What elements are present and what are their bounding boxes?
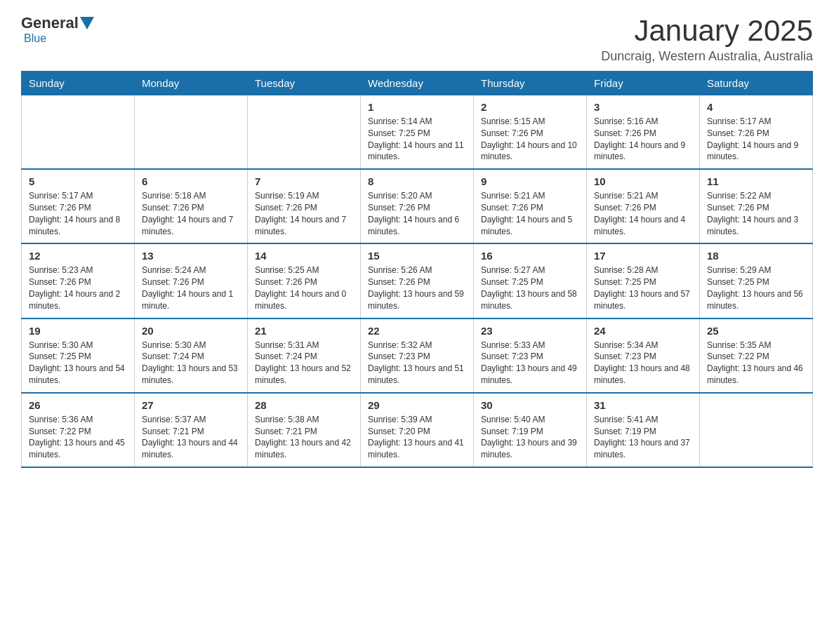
calendar-cell: 7Sunrise: 5:19 AM Sunset: 7:26 PM Daylig… — [248, 169, 361, 243]
calendar-cell: 15Sunrise: 5:26 AM Sunset: 7:26 PM Dayli… — [361, 243, 474, 318]
title-section: January 2025 Duncraig, Western Australia… — [601, 14, 813, 64]
day-info: Sunrise: 5:22 AM Sunset: 7:26 PM Dayligh… — [707, 190, 805, 237]
day-info: Sunrise: 5:41 AM Sunset: 7:19 PM Dayligh… — [594, 414, 692, 461]
day-number: 11 — [707, 174, 805, 189]
calendar-cell: 17Sunrise: 5:28 AM Sunset: 7:25 PM Dayli… — [587, 243, 700, 318]
day-number: 24 — [594, 323, 692, 338]
day-info: Sunrise: 5:33 AM Sunset: 7:23 PM Dayligh… — [481, 340, 579, 387]
day-number: 21 — [255, 323, 353, 338]
day-number: 1 — [368, 100, 466, 114]
day-info: Sunrise: 5:25 AM Sunset: 7:26 PM Dayligh… — [255, 264, 353, 311]
day-number: 3 — [594, 100, 692, 114]
calendar-cell: 19Sunrise: 5:30 AM Sunset: 7:25 PM Dayli… — [22, 318, 135, 393]
day-info: Sunrise: 5:27 AM Sunset: 7:25 PM Dayligh… — [481, 264, 579, 311]
day-info: Sunrise: 5:34 AM Sunset: 7:23 PM Dayligh… — [594, 340, 692, 387]
calendar-cell: 13Sunrise: 5:24 AM Sunset: 7:26 PM Dayli… — [135, 243, 248, 318]
calendar-cell: 6Sunrise: 5:18 AM Sunset: 7:26 PM Daylig… — [135, 169, 248, 243]
day-info: Sunrise: 5:19 AM Sunset: 7:26 PM Dayligh… — [255, 190, 353, 237]
day-info: Sunrise: 5:15 AM Sunset: 7:26 PM Dayligh… — [481, 116, 579, 163]
logo-general-text: General — [21, 14, 79, 32]
day-info: Sunrise: 5:17 AM Sunset: 7:26 PM Dayligh… — [707, 116, 805, 163]
calendar-week-4: 19Sunrise: 5:30 AM Sunset: 7:25 PM Dayli… — [22, 318, 813, 393]
day-info: Sunrise: 5:21 AM Sunset: 7:26 PM Dayligh… — [594, 190, 692, 237]
day-number: 23 — [481, 323, 579, 338]
logo: General Blue — [21, 14, 95, 45]
day-number: 27 — [142, 398, 240, 412]
calendar-cell: 24Sunrise: 5:34 AM Sunset: 7:23 PM Dayli… — [587, 318, 700, 393]
day-number: 15 — [368, 248, 466, 263]
calendar-body: 1Sunrise: 5:14 AM Sunset: 7:25 PM Daylig… — [22, 95, 813, 467]
calendar-cell: 11Sunrise: 5:22 AM Sunset: 7:26 PM Dayli… — [700, 169, 813, 243]
day-info: Sunrise: 5:32 AM Sunset: 7:23 PM Dayligh… — [368, 340, 466, 387]
calendar-cell: 1Sunrise: 5:14 AM Sunset: 7:25 PM Daylig… — [361, 95, 474, 170]
day-info: Sunrise: 5:30 AM Sunset: 7:24 PM Dayligh… — [142, 340, 240, 387]
calendar-cell: 25Sunrise: 5:35 AM Sunset: 7:22 PM Dayli… — [700, 318, 813, 393]
day-number: 28 — [255, 398, 353, 412]
day-info: Sunrise: 5:36 AM Sunset: 7:22 PM Dayligh… — [29, 414, 127, 461]
day-number: 25 — [707, 323, 805, 338]
calendar-cell: 14Sunrise: 5:25 AM Sunset: 7:26 PM Dayli… — [248, 243, 361, 318]
calendar-cell — [22, 95, 135, 170]
calendar-cell: 8Sunrise: 5:20 AM Sunset: 7:26 PM Daylig… — [361, 169, 474, 243]
day-info: Sunrise: 5:28 AM Sunset: 7:25 PM Dayligh… — [594, 264, 692, 311]
day-info: Sunrise: 5:20 AM Sunset: 7:26 PM Dayligh… — [368, 190, 466, 237]
day-info: Sunrise: 5:29 AM Sunset: 7:25 PM Dayligh… — [707, 264, 805, 311]
day-info: Sunrise: 5:37 AM Sunset: 7:21 PM Dayligh… — [142, 414, 240, 461]
day-info: Sunrise: 5:17 AM Sunset: 7:26 PM Dayligh… — [29, 190, 127, 237]
day-number: 2 — [481, 100, 579, 114]
calendar-cell: 22Sunrise: 5:32 AM Sunset: 7:23 PM Dayli… — [361, 318, 474, 393]
day-info: Sunrise: 5:39 AM Sunset: 7:20 PM Dayligh… — [368, 414, 466, 461]
calendar-cell: 2Sunrise: 5:15 AM Sunset: 7:26 PM Daylig… — [474, 95, 587, 170]
calendar-cell: 30Sunrise: 5:40 AM Sunset: 7:19 PM Dayli… — [474, 393, 587, 467]
logo-arrow-icon — [80, 17, 94, 29]
month-title: January 2025 — [601, 14, 813, 48]
calendar-cell: 29Sunrise: 5:39 AM Sunset: 7:20 PM Dayli… — [361, 393, 474, 467]
calendar-cell: 23Sunrise: 5:33 AM Sunset: 7:23 PM Dayli… — [474, 318, 587, 393]
day-number: 26 — [29, 398, 127, 412]
calendar-cell — [248, 95, 361, 170]
day-info: Sunrise: 5:16 AM Sunset: 7:26 PM Dayligh… — [594, 116, 692, 163]
day-number: 8 — [368, 174, 466, 189]
day-info: Sunrise: 5:18 AM Sunset: 7:26 PM Dayligh… — [142, 190, 240, 237]
calendar-cell: 16Sunrise: 5:27 AM Sunset: 7:25 PM Dayli… — [474, 243, 587, 318]
calendar-cell: 9Sunrise: 5:21 AM Sunset: 7:26 PM Daylig… — [474, 169, 587, 243]
day-info: Sunrise: 5:35 AM Sunset: 7:22 PM Dayligh… — [707, 340, 805, 387]
calendar-cell: 28Sunrise: 5:38 AM Sunset: 7:21 PM Dayli… — [248, 393, 361, 467]
day-info: Sunrise: 5:14 AM Sunset: 7:25 PM Dayligh… — [368, 116, 466, 163]
calendar-header-monday: Monday — [135, 72, 248, 95]
day-info: Sunrise: 5:26 AM Sunset: 7:26 PM Dayligh… — [368, 264, 466, 311]
calendar-header-sunday: Sunday — [22, 72, 135, 95]
day-number: 9 — [481, 174, 579, 189]
day-info: Sunrise: 5:38 AM Sunset: 7:21 PM Dayligh… — [255, 414, 353, 461]
calendar-cell — [700, 393, 813, 467]
day-number: 18 — [707, 248, 805, 263]
calendar-cell: 21Sunrise: 5:31 AM Sunset: 7:24 PM Dayli… — [248, 318, 361, 393]
calendar-cell: 10Sunrise: 5:21 AM Sunset: 7:26 PM Dayli… — [587, 169, 700, 243]
calendar-cell: 26Sunrise: 5:36 AM Sunset: 7:22 PM Dayli… — [22, 393, 135, 467]
day-number: 10 — [594, 174, 692, 189]
calendar-header-friday: Friday — [587, 72, 700, 95]
calendar-header-thursday: Thursday — [474, 72, 587, 95]
day-number: 31 — [594, 398, 692, 412]
calendar-cell — [135, 95, 248, 170]
page-header: General Blue January 2025 Duncraig, West… — [21, 14, 813, 64]
location-title: Duncraig, Western Australia, Australia — [601, 49, 813, 64]
day-number: 20 — [142, 323, 240, 338]
day-info: Sunrise: 5:23 AM Sunset: 7:26 PM Dayligh… — [29, 264, 127, 311]
day-number: 4 — [707, 100, 805, 114]
calendar-cell: 3Sunrise: 5:16 AM Sunset: 7:26 PM Daylig… — [587, 95, 700, 170]
calendar-header-saturday: Saturday — [700, 72, 813, 95]
day-info: Sunrise: 5:30 AM Sunset: 7:25 PM Dayligh… — [29, 340, 127, 387]
calendar-week-2: 5Sunrise: 5:17 AM Sunset: 7:26 PM Daylig… — [22, 169, 813, 243]
day-number: 22 — [368, 323, 466, 338]
day-number: 14 — [255, 248, 353, 263]
day-number: 12 — [29, 248, 127, 263]
calendar-header-tuesday: Tuesday — [248, 72, 361, 95]
calendar-cell: 5Sunrise: 5:17 AM Sunset: 7:26 PM Daylig… — [22, 169, 135, 243]
day-info: Sunrise: 5:40 AM Sunset: 7:19 PM Dayligh… — [481, 414, 579, 461]
calendar-table: SundayMondayTuesdayWednesdayThursdayFrid… — [21, 71, 813, 468]
day-number: 5 — [29, 174, 127, 189]
day-info: Sunrise: 5:31 AM Sunset: 7:24 PM Dayligh… — [255, 340, 353, 387]
calendar-week-1: 1Sunrise: 5:14 AM Sunset: 7:25 PM Daylig… — [22, 95, 813, 170]
day-number: 7 — [255, 174, 353, 189]
